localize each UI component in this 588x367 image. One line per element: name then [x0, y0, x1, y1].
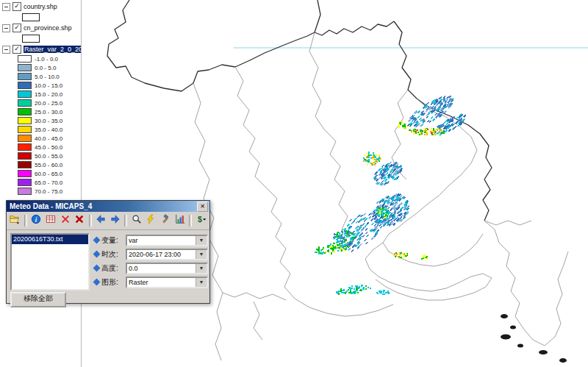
tree-expander-icon[interactable] — [2, 46, 10, 54]
layer-checkbox[interactable]: ✓ — [12, 24, 21, 32]
polygon-symbol-swatch[interactable] — [22, 35, 40, 43]
legend-item: 55.0 - 60.0 — [0, 160, 81, 169]
legend-swatch[interactable] — [18, 73, 32, 80]
legend-label: 20.0 - 25.0 — [35, 100, 62, 107]
legend-swatch[interactable] — [18, 126, 32, 133]
legend-label: 50.0 - 55.0 — [35, 153, 62, 160]
field-label: 图形: — [101, 277, 123, 288]
toolbar-button-dollar[interactable]: $ — [194, 213, 208, 228]
toolbar-button-zoom[interactable] — [129, 213, 143, 228]
legend-label: 10.0 - 15.0 — [35, 82, 62, 89]
toolbar-button-tools[interactable] — [159, 213, 173, 228]
tree-expander-icon[interactable] — [2, 24, 10, 32]
layer-checkbox[interactable]: ✓ — [12, 45, 21, 54]
zoom-icon — [132, 214, 142, 227]
lightning-icon — [146, 214, 156, 227]
field-icon — [93, 251, 101, 258]
field-combobox-2[interactable]: 0.0▼ — [126, 263, 208, 274]
toolbar-button-forward[interactable] — [109, 213, 123, 228]
legend-item: 25.0 - 30.0 — [0, 107, 81, 116]
field-combobox-1[interactable]: 2020-06-17 23:00▼ — [126, 249, 208, 260]
toolbar-separator — [24, 215, 27, 227]
legend-swatch[interactable] — [18, 188, 32, 195]
toolbar-button-lightning[interactable] — [144, 213, 158, 228]
file-list-item[interactable]: 20200616T30.txt — [12, 235, 88, 244]
field-row: 高度:0.0▼ — [93, 261, 208, 275]
layer-checkbox[interactable]: ✓ — [12, 2, 21, 11]
legend-label: -1.0 - 0.0 — [35, 56, 58, 63]
legend-swatch[interactable] — [18, 179, 32, 186]
layer-row: ✓cn_province.shp — [0, 23, 81, 33]
close-button[interactable]: ✕ — [197, 202, 208, 212]
layer-label[interactable]: Raster_var_2_0_2020-0 — [24, 46, 81, 53]
legend-item: 50.0 - 55.0 — [0, 152, 81, 160]
dollar-icon: $ — [196, 214, 207, 227]
toolbar-button-delete[interactable] — [58, 213, 72, 228]
combobox-value: var — [127, 237, 196, 244]
field-row: 图形:Raster▼ — [93, 275, 208, 289]
legend-swatch[interactable] — [18, 170, 32, 177]
field-row: 变量:var▼ — [93, 233, 208, 247]
legend-label: 40.0 - 45.0 — [35, 135, 62, 142]
tools-icon — [160, 214, 171, 227]
layer-label[interactable]: cn_province.shp — [24, 24, 72, 32]
layer-label[interactable]: country.shp — [24, 3, 57, 10]
field-combobox-3[interactable]: Raster▼ — [126, 277, 208, 288]
legend-item: 0.0 - 5.0 — [0, 63, 81, 72]
map-canvas[interactable] — [0, 0, 588, 367]
legend-item: 10.0 - 15.0 — [0, 81, 81, 90]
remove-all-button[interactable]: 移除全部 — [10, 292, 66, 307]
legend-swatch[interactable] — [18, 143, 32, 151]
province-border-lines — [193, 32, 568, 360]
legend-item: 30.0 - 35.0 — [0, 116, 81, 125]
legend-item: 70.0 - 75.0 — [0, 187, 81, 196]
legend-swatch[interactable] — [18, 135, 32, 142]
toolbar-button-delete-all[interactable] — [73, 213, 87, 228]
dialog-toolbar: i$ — [7, 212, 209, 230]
toolbar-button-open-file[interactable] — [8, 213, 22, 228]
legend-swatch[interactable] — [18, 108, 32, 115]
legend-label: 5.0 - 10.0 — [35, 74, 60, 80]
toolbar-button-back[interactable] — [94, 213, 108, 228]
legend-label: 60.0 - 65.0 — [35, 171, 62, 177]
meteo-data-dialog: Meteo Data - MICAPS_4 ✕ i$ 20200616T30.t… — [6, 200, 210, 304]
field-form: 变量:var▼时次:2020-06-17 23:00▼高度:0.0▼图形:Ras… — [93, 233, 208, 289]
toolbar-button-info[interactable]: i — [29, 213, 43, 228]
islands — [501, 314, 567, 363]
legend-item: 45.0 - 50.0 — [0, 143, 81, 152]
chevron-down-icon[interactable]: ▼ — [196, 236, 207, 245]
delete-all-icon — [74, 214, 85, 227]
field-row: 时次:2020-06-17 23:00▼ — [93, 247, 208, 261]
legend-item: 35.0 - 40.0 — [0, 125, 81, 134]
field-combobox-0[interactable]: var▼ — [126, 235, 208, 246]
dialog-titlebar[interactable]: Meteo Data - MICAPS_4 ✕ — [7, 201, 209, 212]
legend-label: 15.0 - 20.0 — [35, 91, 62, 98]
legend-swatch[interactable] — [18, 64, 32, 71]
toolbar-button-grid[interactable] — [43, 213, 57, 228]
legend-item: -1.0 - 0.0 — [0, 54, 81, 63]
legend-swatch[interactable] — [18, 55, 32, 63]
legend-swatch[interactable] — [18, 152, 32, 160]
back-icon — [96, 214, 106, 227]
toolbar-button-chart[interactable] — [173, 213, 187, 228]
legend-label: 0.0 - 5.0 — [35, 65, 56, 71]
polygon-symbol-swatch[interactable] — [22, 13, 40, 21]
field-label: 高度: — [101, 263, 123, 274]
file-list[interactable]: 20200616T30.txt — [10, 233, 90, 291]
delete-icon — [60, 214, 71, 227]
legend-swatch[interactable] — [18, 90, 32, 98]
legend-swatch[interactable] — [18, 99, 32, 107]
field-label: 变量: — [101, 235, 123, 246]
chevron-down-icon[interactable]: ▼ — [196, 250, 207, 259]
legend-swatch[interactable] — [18, 82, 32, 89]
chevron-down-icon[interactable]: ▼ — [196, 264, 207, 273]
layers-panel: ✓country.shp✓cn_province.shp✓Raster_var_… — [0, 0, 82, 367]
tree-expander-icon[interactable] — [2, 3, 10, 11]
legend-swatch[interactable] — [18, 117, 32, 124]
open-file-icon — [10, 214, 20, 227]
grid-icon — [46, 214, 56, 227]
chevron-down-icon[interactable]: ▼ — [196, 278, 207, 287]
field-icon — [93, 265, 101, 272]
combobox-value: 2020-06-17 23:00 — [127, 251, 196, 258]
legend-swatch[interactable] — [18, 161, 32, 168]
